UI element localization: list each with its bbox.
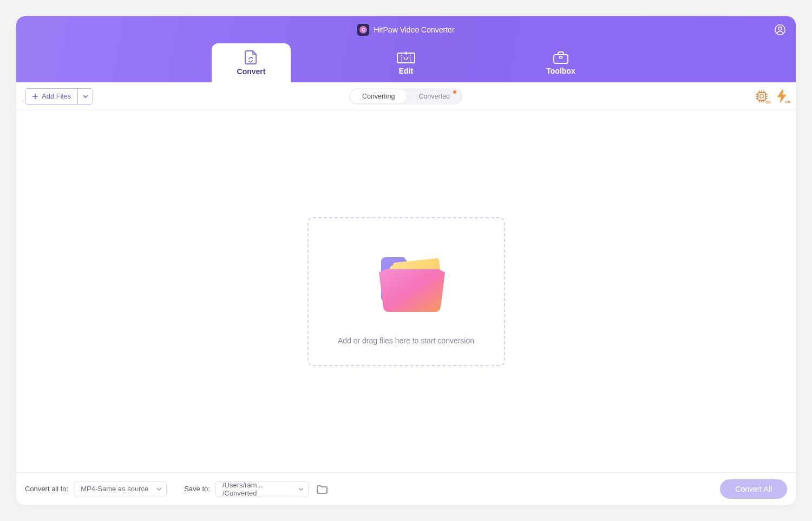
convert-all-format-value: MP4-Same as source bbox=[81, 485, 148, 493]
lightning-toggle[interactable]: on bbox=[776, 89, 787, 103]
chevron-down-icon bbox=[298, 487, 304, 491]
add-files-group: Add Files bbox=[25, 88, 93, 105]
segment-converting[interactable]: Converting bbox=[350, 89, 407, 103]
tab-convert-label: Convert bbox=[237, 67, 266, 76]
convert-all-to-label: Convert all to: bbox=[25, 485, 68, 493]
save-to-select[interactable]: /Users/ram... /Converted bbox=[215, 481, 309, 497]
header: C HitPaw Video Converter Convert bbox=[16, 16, 796, 82]
convert-all-button[interactable]: Convert All bbox=[720, 479, 787, 499]
notification-dot bbox=[453, 90, 456, 94]
toolbar: Add Files Converting Converted bbox=[16, 82, 796, 110]
tab-edit[interactable]: Edit bbox=[366, 43, 446, 82]
folder-illustration bbox=[352, 238, 460, 330]
save-to-value: /Users/ram... /Converted bbox=[222, 481, 292, 497]
profile-button[interactable] bbox=[774, 24, 786, 36]
user-icon bbox=[774, 24, 786, 36]
convert-all-format-select[interactable]: MP4-Same as source bbox=[74, 481, 167, 497]
gpu-toggle-state: on bbox=[765, 100, 771, 105]
title-bar: C HitPaw Video Converter bbox=[16, 16, 796, 43]
app-logo-letter: C bbox=[359, 26, 367, 34]
tab-toolbox-label: Toolbox bbox=[546, 67, 575, 75]
open-folder-button[interactable] bbox=[314, 481, 330, 497]
folder-icon bbox=[317, 484, 328, 494]
segment-converted[interactable]: Converted bbox=[407, 89, 462, 103]
add-files-dropdown[interactable] bbox=[77, 89, 93, 104]
main-tabs: Convert Edit Toolbox bbox=[16, 43, 796, 82]
svg-rect-6 bbox=[560, 56, 562, 58]
document-convert-icon bbox=[243, 50, 259, 65]
tab-convert[interactable]: Convert bbox=[212, 43, 291, 82]
app-title: HitPaw Video Converter bbox=[374, 25, 454, 34]
plus-icon bbox=[32, 93, 38, 100]
svg-point-1 bbox=[778, 27, 782, 30]
status-segmented: Converting Converted bbox=[349, 88, 463, 105]
save-to-label: Save to: bbox=[184, 485, 210, 493]
footer: Convert all to: MP4-Same as source Save … bbox=[16, 472, 796, 505]
tab-toolbox[interactable]: Toolbox bbox=[521, 43, 600, 82]
convert-all-button-label: Convert All bbox=[735, 485, 772, 493]
tab-edit-label: Edit bbox=[399, 67, 413, 75]
app-window: C HitPaw Video Converter Convert bbox=[16, 16, 796, 505]
edit-icon bbox=[396, 50, 416, 64]
svg-rect-9 bbox=[758, 93, 765, 100]
add-files-label: Add Files bbox=[42, 92, 71, 100]
segment-converted-label: Converted bbox=[418, 93, 450, 100]
dropzone[interactable]: Add or drag files here to start conversi… bbox=[307, 217, 505, 366]
lightning-toggle-state: on bbox=[785, 99, 790, 104]
chevron-down-icon bbox=[83, 95, 88, 98]
segment-converting-label: Converting bbox=[362, 93, 395, 100]
toolbar-right: on on bbox=[755, 89, 787, 103]
chevron-down-icon bbox=[156, 487, 162, 491]
dropzone-text: Add or drag files here to start conversi… bbox=[338, 336, 474, 345]
add-files-button[interactable]: Add Files bbox=[25, 89, 77, 104]
main-area: Add or drag files here to start conversi… bbox=[16, 110, 796, 472]
app-logo: C bbox=[357, 24, 369, 36]
svg-rect-10 bbox=[760, 95, 763, 98]
toolbox-icon bbox=[553, 50, 569, 64]
gpu-toggle[interactable]: on bbox=[755, 89, 769, 103]
